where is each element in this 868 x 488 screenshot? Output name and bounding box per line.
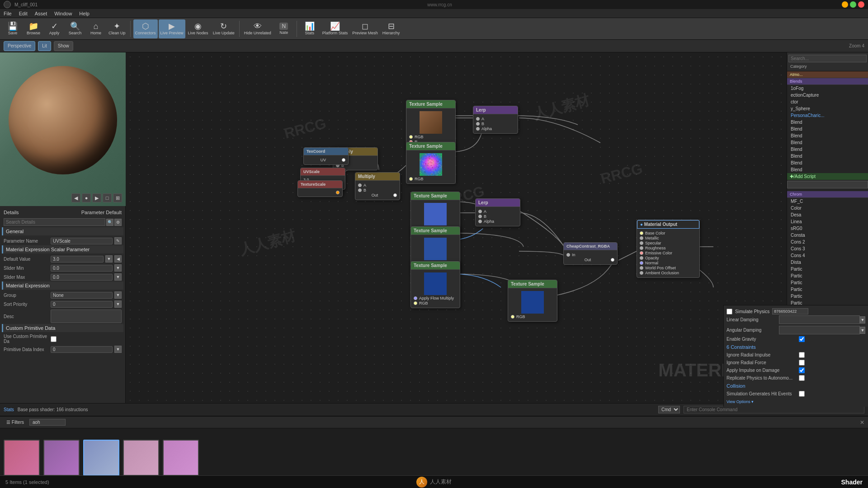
- linear-damping-value[interactable]: 0.01: [779, 315, 860, 324]
- minimize-button[interactable]: [842, 1, 848, 8]
- sim-hit-checkbox[interactable]: [799, 391, 805, 397]
- node-texture-sample-2[interactable]: Texture Sample RGB: [406, 142, 456, 184]
- rp-item-desa[interactable]: Desa: [787, 211, 868, 218]
- rp-item-cons2[interactable]: Cons 2: [787, 239, 868, 245]
- preview-ctrl-3[interactable]: ▶: [92, 193, 101, 202]
- default-value-increment[interactable]: ◀: [114, 255, 122, 263]
- cleanup-button[interactable]: ✦ Clean Up: [107, 19, 127, 38]
- apply-button[interactable]: ✓ Apply: [44, 19, 64, 38]
- general-section-header[interactable]: General: [2, 227, 123, 235]
- search-button[interactable]: 🔍 Search: [65, 19, 85, 38]
- sort-priority-btn[interactable]: ▼: [114, 300, 122, 308]
- rp-item-blend4[interactable]: Blend: [787, 139, 868, 146]
- enable-gravity-checkbox[interactable]: [799, 336, 805, 342]
- hide-unrelated-button[interactable]: 👁 Hide Unrelated: [242, 19, 273, 38]
- rp-item-blend1[interactable]: Blend: [787, 119, 868, 126]
- close-button[interactable]: [858, 1, 864, 8]
- maximize-button[interactable]: [850, 1, 856, 8]
- nate-button[interactable]: N Nate: [274, 19, 294, 38]
- rp-item-personacharic[interactable]: PersonaCharic...: [787, 112, 868, 119]
- primitive-index-btn[interactable]: ▼: [114, 346, 122, 353]
- cmd-select[interactable]: Cmd: [658, 406, 680, 413]
- hierarchy-button[interactable]: ⊟ Hierarchy: [381, 19, 402, 38]
- physics-id-input[interactable]: [772, 308, 808, 314]
- rp-add-script[interactable]: ✚/Add Script: [787, 173, 868, 180]
- rp-item-blend7[interactable]: Blend: [787, 160, 868, 166]
- close-bottom-panel[interactable]: ✕: [860, 419, 864, 426]
- node-texcoord[interactable]: TexCoord UV: [303, 147, 349, 165]
- slider-min-btn[interactable]: ▼: [114, 264, 122, 272]
- lit-button[interactable]: Lit: [38, 41, 51, 51]
- slider-max-value[interactable]: 0.0: [51, 274, 113, 281]
- live-preview-button[interactable]: ▶ Live Preview: [159, 19, 185, 38]
- stats-button[interactable]: 📊 Stats: [300, 19, 320, 38]
- menu-asset[interactable]: Asset: [35, 11, 47, 16]
- menu-file[interactable]: File: [4, 11, 12, 16]
- rp-item-ectioncapture[interactable]: ectionCapture: [787, 92, 868, 99]
- preview-ctrl-4[interactable]: □: [103, 193, 112, 202]
- view-options-btn[interactable]: View Options ▾: [726, 399, 865, 404]
- preview-ctrl-2[interactable]: ●: [82, 193, 91, 202]
- rp-item-partic1[interactable]: Partic: [787, 266, 868, 272]
- details-search-input[interactable]: [4, 218, 105, 226]
- rp-item-srg0[interactable]: sRG0: [787, 225, 868, 232]
- apply-impulse-checkbox[interactable]: [799, 367, 805, 373]
- default-value-decrement[interactable]: ▼: [105, 255, 113, 263]
- show-button[interactable]: Show: [54, 41, 73, 51]
- group-dropdown[interactable]: ▼: [114, 291, 122, 299]
- node-multiply-1[interactable]: Multiply A B Out: [355, 172, 400, 200]
- node-lerp-1[interactable]: Lerp A B Alpha: [473, 106, 518, 134]
- details-search-icon[interactable]: 🔍: [106, 219, 113, 226]
- desc-value[interactable]: [51, 310, 122, 323]
- platform-stats-button[interactable]: 📈 Platform Stats: [321, 19, 350, 38]
- rp-item-cons4[interactable]: Cons 4: [787, 252, 868, 259]
- connectors-button[interactable]: ⬡ Connectors: [133, 19, 158, 38]
- rp-item-partic2[interactable]: Partic: [787, 272, 868, 279]
- details-options-icon[interactable]: ⚙: [114, 219, 122, 226]
- node-cheapcontrast[interactable]: CheapContrast_RGBA In Out: [563, 242, 618, 265]
- default-value[interactable]: 3.0: [51, 256, 104, 263]
- rp-search-input[interactable]: [788, 55, 867, 62]
- param-name-edit[interactable]: ✎: [114, 237, 122, 244]
- rp-item-blend3[interactable]: Blend: [787, 132, 868, 139]
- perspective-button[interactable]: Perspective: [4, 41, 35, 51]
- rp-add-search-input[interactable]: [787, 181, 868, 188]
- primitive-index-value[interactable]: 0: [51, 346, 113, 353]
- menu-window[interactable]: Window: [54, 11, 72, 16]
- node-editor[interactable]: RRCG RRCG 人人素材 人人素材 RRCG MATERIAL: [126, 52, 787, 403]
- sort-priority-value[interactable]: 0: [51, 301, 113, 308]
- live-nodes-button[interactable]: ◉ Live Nodes: [186, 19, 210, 38]
- rp-item-partic5[interactable]: Partic: [787, 293, 868, 300]
- rp-item-mfc[interactable]: MF_C: [787, 198, 868, 205]
- rp-item-linea[interactable]: Linea: [787, 218, 868, 225]
- browse-button[interactable]: 📁 Browse: [24, 19, 43, 38]
- ignore-radial-impulse-checkbox[interactable]: [799, 352, 805, 358]
- node-texturescale[interactable]: TextureScale: [297, 180, 343, 197]
- angular-damping-btn[interactable]: ▼: [860, 327, 865, 334]
- rp-item-1fog[interactable]: 1oFog: [787, 85, 868, 92]
- rp-item-sphere[interactable]: y_Sphere: [787, 105, 868, 112]
- preview-ctrl-5[interactable]: ⊞: [113, 193, 122, 202]
- replicate-physics-checkbox[interactable]: [799, 375, 805, 381]
- stats-toggle[interactable]: Stats: [4, 407, 14, 412]
- custom-primitive-header[interactable]: Custom Primitive Data: [2, 324, 123, 332]
- simulate-physics-checkbox[interactable]: [726, 309, 732, 314]
- node-texture-sample-5[interactable]: Texture Sample Apply Flow Multiply RGB: [410, 261, 460, 308]
- rp-item-blend5[interactable]: Blend: [787, 146, 868, 153]
- angular-damping-value[interactable]: 0.0: [779, 326, 860, 334]
- live-update-button[interactable]: ↻ Live Update: [211, 19, 236, 38]
- rp-item-cons3[interactable]: Cons 3: [787, 245, 868, 252]
- filters-button[interactable]: ☰ Filters: [4, 419, 27, 426]
- rp-item-partic4[interactable]: Partic: [787, 286, 868, 293]
- filter-input[interactable]: [29, 419, 66, 426]
- group-value[interactable]: None: [51, 292, 113, 299]
- rp-item-color[interactable]: Color: [787, 205, 868, 211]
- ignore-radial-force-checkbox[interactable]: [799, 360, 805, 366]
- rp-item-blend8[interactable]: Blend: [787, 166, 868, 173]
- rp-item-consta[interactable]: Consta: [787, 232, 868, 239]
- preview-mesh-button[interactable]: ◻ Preview Mesh: [350, 19, 380, 38]
- rp-item-blend6[interactable]: Blend: [787, 153, 868, 160]
- node-lerp-2[interactable]: Lerp A B Alpha: [475, 198, 520, 226]
- rp-item-ctor[interactable]: ctor: [787, 99, 868, 105]
- rp-item-partic3[interactable]: Partic: [787, 279, 868, 286]
